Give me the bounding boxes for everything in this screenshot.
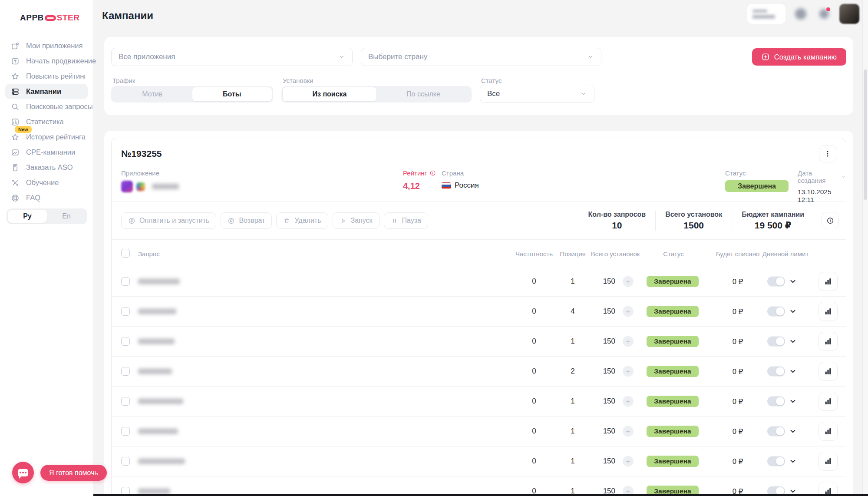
sidebar-item-start-promotion[interactable]: Начать продвижение [5,53,88,69]
appbooster-logo[interactable]: APPBSTER [20,13,79,23]
lifebuoy-icon [11,194,20,202]
status-filter-dropdown[interactable]: Все [480,85,594,103]
add-installs-button[interactable]: + [623,366,634,377]
row-checkbox[interactable] [121,397,130,406]
sidebar-item-cpe-campaigns[interactable]: CPE-кампании [5,145,88,160]
row-stats-button[interactable] [818,452,838,471]
installs-value: 150 [603,457,615,466]
scrollbar-thumb[interactable] [864,69,867,200]
info-circle-icon [826,217,834,225]
installs-option-search[interactable]: Из поиска [283,87,376,101]
star-icon [11,133,20,142]
action-button[interactable]: Удалить [276,212,328,229]
help-button[interactable]: Я готов помочь [40,465,107,481]
row-checkbox[interactable] [121,307,130,316]
installs-segmented: Из поиска По ссылке [281,86,472,103]
action-button[interactable]: Возврат [221,212,272,229]
sort-chevron-icon[interactable] [841,174,846,180]
add-installs-button[interactable]: + [623,396,634,407]
country-filter-dropdown[interactable]: Выберите страну [361,48,601,66]
select-all-checkbox[interactable] [121,249,130,258]
query-text-blurred [138,339,175,344]
chevron-down-icon[interactable] [789,397,797,405]
chat-button[interactable] [12,462,34,483]
row-stats-button[interactable] [818,422,838,441]
charge-value: 0 ₽ [733,367,743,376]
user-avatar[interactable] [839,4,859,24]
campaign-info-button[interactable] [822,212,839,229]
chevron-down-icon [580,90,587,97]
app-filter-dropdown[interactable]: Все приложения [111,48,353,66]
daily-limit-toggle[interactable] [767,277,785,287]
table-row: 0 1 150 + Завершена 0 ₽ [112,446,846,476]
sidebar-item-campaigns[interactable]: Кампании [5,84,88,99]
chevron-down-icon[interactable] [789,278,797,285]
country-label: Страна [442,169,479,177]
lang-option-ru[interactable]: Ру [8,210,47,223]
row-status-badge: Завершена [647,396,699,407]
currency-button[interactable] [792,6,809,22]
installs-option-link[interactable]: По ссылке [376,87,470,101]
action-button[interactable]: Оплатить и запустить [121,212,216,229]
language-toggle[interactable]: Ру En [7,208,87,224]
chevron-down-icon[interactable] [789,427,797,435]
position-value: 2 [571,367,574,376]
sidebar-item-faq[interactable]: FAQ [5,190,88,205]
row-stats-button[interactable] [818,392,838,411]
action-buttons: Оплатить и запустить Возврат Удалить Зап… [121,212,432,229]
sidebar-item-boost-rating[interactable]: Повысить рейтинг [5,69,88,84]
info-icon[interactable] [429,170,436,176]
add-installs-button[interactable]: + [623,276,634,287]
row-stats-button[interactable] [818,302,838,321]
new-badge: New [15,126,32,133]
sidebar-item-rating-history[interactable]: New История рейтинга [5,129,88,145]
add-installs-button[interactable]: + [623,336,634,347]
row-checkbox[interactable] [121,427,130,436]
row-stats-button[interactable] [818,332,838,351]
row-stats-button[interactable] [818,272,838,291]
chevron-down-icon[interactable] [789,308,797,315]
daily-limit-toggle[interactable] [767,456,785,466]
daily-limit-toggle[interactable] [767,427,785,436]
daily-limit-toggle[interactable] [767,397,785,407]
country-value: Россия [455,181,479,190]
campaign-menu-button[interactable] [819,145,836,162]
sidebar-item-education[interactable]: Обучение [5,175,88,190]
traffic-option-motive[interactable]: Мотив [112,87,192,101]
action-button[interactable]: Запуск [333,212,380,229]
row-checkbox[interactable] [121,277,130,286]
sidebar-item-my-apps[interactable]: Мои приложения [5,38,88,53]
date-created-label: Дата создания [798,169,838,184]
chevron-down-icon[interactable] [789,367,797,375]
logo-text-prefix: APPB [20,13,44,23]
rating-label-row: Рейтинг [403,169,436,177]
balance-pill-blurred[interactable] [747,4,785,24]
bar-chart-icon [824,397,832,406]
row-checkbox[interactable] [121,337,130,346]
bar-chart-icon [824,367,832,376]
installs-value: 150 [603,277,615,286]
notifications-button[interactable] [816,6,832,22]
row-stats-button[interactable] [818,362,838,381]
chevron-down-icon[interactable] [789,457,797,465]
chevron-down-icon[interactable] [789,337,797,345]
column-status: Статус [663,250,683,258]
position-value: 1 [571,457,574,466]
row-checkbox[interactable] [121,457,130,466]
traffic-option-bots[interactable]: Боты [192,87,272,101]
lang-option-en[interactable]: En [47,210,86,223]
campaign-status-badge: Завершена [725,180,789,192]
row-checkbox[interactable] [121,367,130,376]
sidebar-item-search-queries[interactable]: Поисковые запросы [5,99,88,114]
apps-icon [11,42,20,50]
create-campaign-button[interactable]: Создать кампанию [752,48,846,66]
add-installs-button[interactable]: + [623,426,634,437]
daily-limit-toggle[interactable] [767,307,785,317]
sidebar-item-order-aso[interactable]: Заказать ASO [5,160,88,175]
installs-value: 150 [603,307,615,316]
daily-limit-toggle[interactable] [767,367,785,377]
add-installs-button[interactable]: + [623,306,634,317]
daily-limit-toggle[interactable] [767,337,785,347]
action-button[interactable]: Пауза [384,212,428,229]
add-installs-button[interactable]: + [623,456,634,467]
